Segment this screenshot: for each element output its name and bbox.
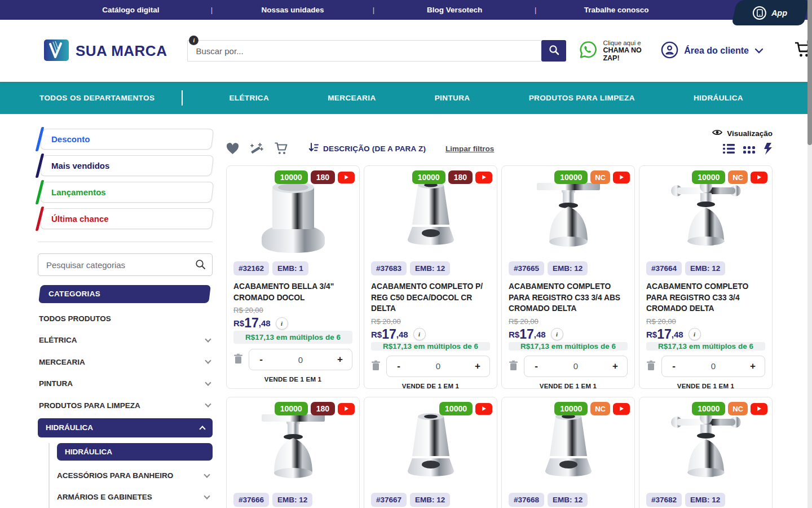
decrease-button[interactable]: -: [528, 357, 545, 376]
product-image[interactable]: [509, 176, 628, 258]
price-info-icon[interactable]: i: [689, 328, 701, 340]
sort-icon: [308, 143, 319, 154]
increase-button[interactable]: +: [607, 357, 624, 376]
stock-badge: 10000: [554, 170, 588, 184]
category-label: TODOS PRODUTOS: [39, 314, 111, 323]
sidebar-item-todos-produtos[interactable]: TODOS PRODUTOS: [38, 308, 213, 330]
category-label: ELÉTRICA: [39, 336, 77, 344]
brand-logo[interactable]: SUA MARCA: [44, 38, 167, 64]
grid-view-button[interactable]: [743, 146, 755, 154]
sidebar-item-pintura[interactable]: PINTURA: [38, 373, 213, 395]
sidebar-item-produtos-para-limpeza[interactable]: PRODUTOS PARA LIMPEZA: [38, 395, 213, 417]
nav-item[interactable]: ELÉTRICA: [229, 94, 269, 102]
product-title[interactable]: ACABAMENTO COMPLETO P/ REG C50 DECA/DOCO…: [371, 281, 490, 314]
quick-view-button[interactable]: [764, 143, 773, 156]
price-info-icon[interactable]: i: [413, 328, 426, 340]
remove-from-cart-button[interactable]: [233, 353, 243, 366]
stock-badge: 10000: [412, 170, 445, 184]
play-icon: [345, 406, 348, 411]
quick-link-desconto[interactable]: Desconto: [38, 129, 213, 150]
youtube-badge[interactable]: [338, 403, 355, 415]
nav-item[interactable]: PRODUTOS PARA LIMPEZA: [529, 94, 635, 102]
subcategory-item-acessórios-para-banheiro[interactable]: ACESSÓRIOS PARA BANHEIRO: [57, 465, 213, 487]
account-menu[interactable]: Área do cliente: [661, 41, 764, 61]
nav-item[interactable]: TODOS OS DEPARTAMENTOS: [39, 94, 155, 102]
topbar-link[interactable]: Catálogo digital: [51, 6, 211, 14]
price-info-icon[interactable]: i: [551, 328, 563, 340]
increase-button[interactable]: +: [744, 357, 761, 376]
categories-banner: CATEGORIAS: [38, 285, 211, 303]
sidebar-item-mercearia[interactable]: MERCEARIA: [38, 351, 213, 373]
youtube-badge[interactable]: [751, 403, 767, 415]
sidebar-item-elétrica[interactable]: ELÉTRICA: [38, 330, 213, 352]
decrease-button[interactable]: -: [665, 357, 682, 376]
quick-link-última-chance[interactable]: Última chance: [38, 208, 213, 229]
badge-row: 10000NC: [554, 402, 630, 415]
youtube-badge[interactable]: [751, 172, 767, 183]
quick-link-mais-vendidos[interactable]: Mais vendidos: [38, 155, 213, 176]
product-title[interactable]: ACABAMENTO COMPLETO PARA REGISTRO C33 3/…: [509, 281, 628, 314]
price-info-icon[interactable]: i: [276, 317, 288, 330]
price-currency: R$: [233, 318, 244, 328]
app-label: App: [771, 8, 787, 17]
page-scrollbar[interactable]: [807, 0, 812, 508]
sidebar: DescontoMais vendidosLançamentosÚltima c…: [38, 129, 213, 508]
badge-row: 10000180: [275, 170, 355, 184]
product-emb-pill: EMB: 12: [410, 493, 450, 507]
product-image[interactable]: [646, 408, 765, 489]
remove-from-cart-button[interactable]: [646, 360, 656, 373]
product-image[interactable]: [646, 176, 765, 258]
quick-link-lançamentos[interactable]: Lançamentos: [38, 182, 213, 203]
search-button[interactable]: [541, 40, 566, 62]
increase-button[interactable]: +: [332, 350, 348, 369]
youtube-badge[interactable]: [475, 403, 492, 415]
clear-filters-link[interactable]: Limpar filtros: [445, 144, 494, 153]
nav-item[interactable]: PINTURA: [435, 94, 470, 102]
price: R$17,48 i: [646, 327, 765, 342]
stock-badge: 180: [311, 170, 335, 184]
increase-button[interactable]: +: [469, 357, 486, 376]
sort-button[interactable]: DESCRIÇÃO (DE A PARA Z): [308, 143, 426, 154]
category-search-input[interactable]: [38, 253, 213, 276]
product-image[interactable]: [233, 408, 352, 489]
suggestions-filter-button[interactable]: [250, 142, 263, 155]
product-image[interactable]: [371, 408, 490, 489]
price-cents: ,48: [396, 330, 408, 339]
decrease-button[interactable]: -: [253, 350, 270, 369]
topbar-link[interactable]: Trabalhe conosco: [536, 6, 696, 14]
remove-from-cart-button[interactable]: [509, 360, 518, 373]
subcategory-item-hidráulica[interactable]: HIDRÁULICA: [57, 443, 213, 461]
nav-item[interactable]: MERCEARIA: [328, 94, 376, 102]
app-button[interactable]: App: [731, 0, 809, 25]
scrollbar-thumb[interactable]: [807, 0, 812, 145]
topbar-link[interactable]: Nossas unidades: [213, 6, 373, 14]
youtube-badge[interactable]: [475, 172, 492, 183]
decrease-button[interactable]: -: [390, 357, 407, 376]
search-input[interactable]: [187, 40, 541, 62]
youtube-badge[interactable]: [613, 172, 630, 183]
nav-item[interactable]: HIDRÁULICA: [694, 94, 743, 102]
product-emb-pill: EMB: 12: [685, 493, 725, 507]
stock-badge: 10000: [275, 402, 308, 415]
subcategory-item-armários-e-gabinetes[interactable]: ARMÁRIOS E GABINETES: [57, 487, 213, 508]
play-icon: [620, 175, 624, 179]
favorites-filter-button[interactable]: [226, 143, 239, 155]
product-title[interactable]: ACABAMENTO COMPLETO PARA REGISTRO C33 3/…: [646, 281, 765, 314]
badge-row: 10000NC: [692, 170, 767, 184]
sidebar-item-hidráulica[interactable]: HIDRÁULICA: [38, 418, 213, 437]
youtube-badge[interactable]: [613, 403, 630, 415]
list-view-button[interactable]: [723, 144, 735, 155]
product-image[interactable]: [371, 176, 490, 258]
topbar-link[interactable]: Blog Versotech: [374, 6, 535, 14]
product-image[interactable]: [509, 408, 628, 489]
remove-from-cart-button[interactable]: [371, 360, 381, 373]
product-image[interactable]: [233, 176, 352, 258]
product-card: 10000NC #37668 EMB: 12 ACABAMENTO COMPLE…: [501, 397, 635, 508]
youtube-badge[interactable]: [338, 172, 355, 183]
search-icon: [195, 259, 206, 272]
whatsapp-link[interactable]: Clique aqui e CHAMA NO ZAP!: [579, 40, 646, 62]
whatsapp-icon: [579, 40, 598, 62]
quantity-value: 0: [436, 361, 440, 371]
cart-filter-button[interactable]: [274, 142, 289, 155]
product-title[interactable]: ACABAMENTO BELLA 3/4" CROMADO DOCOL: [233, 281, 352, 303]
